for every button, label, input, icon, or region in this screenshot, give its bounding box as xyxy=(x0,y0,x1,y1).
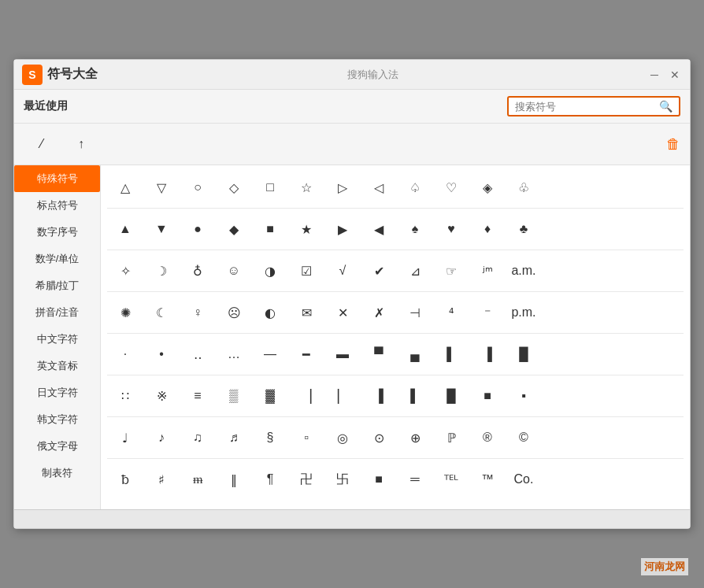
symbol-row8-8[interactable]: ═ xyxy=(397,464,433,495)
symbol-row4-11[interactable]: p.m. xyxy=(506,297,542,328)
symbol-row5-2[interactable]: ‥ xyxy=(180,338,216,370)
symbol-row1-9[interactable]: ♡ xyxy=(433,172,469,203)
symbol-row7-4[interactable]: § xyxy=(252,422,288,453)
symbol-row5-4[interactable]: — xyxy=(252,338,288,370)
symbol-row5-11[interactable]: █ xyxy=(506,338,542,370)
symbol-row6-6[interactable]: ▏ xyxy=(324,380,361,412)
symbol-row6-4[interactable]: ▓ xyxy=(252,380,288,412)
sidebar-item-3[interactable]: 数学/单位 xyxy=(14,246,100,272)
symbol-row2-8[interactable]: ♠ xyxy=(397,213,433,245)
sidebar-item-6[interactable]: 中文字符 xyxy=(14,326,100,353)
symbol-row7-0[interactable]: ♩ xyxy=(107,422,143,453)
symbol-row4-1[interactable]: ☾ xyxy=(143,297,180,328)
symbol-row1-5[interactable]: ☆ xyxy=(288,172,324,203)
symbol-row4-6[interactable]: ✕ xyxy=(324,297,361,328)
recent-symbol-1[interactable]: ↑ xyxy=(63,128,99,160)
symbol-row6-5[interactable]: ▕ xyxy=(288,380,324,412)
symbol-row4-0[interactable]: ✺ xyxy=(107,297,143,328)
symbol-row2-5[interactable]: ★ xyxy=(288,213,324,245)
symbol-row2-10[interactable]: ♦ xyxy=(469,213,506,245)
symbol-row2-3[interactable]: ◆ xyxy=(216,213,252,245)
symbol-row3-6[interactable]: √ xyxy=(324,255,361,287)
symbol-row3-8[interactable]: ⊿ xyxy=(397,255,433,287)
symbol-row4-3[interactable]: ☹ xyxy=(216,297,252,328)
symbol-row7-5[interactable]: ▫ xyxy=(288,422,324,453)
symbol-row3-5[interactable]: ☑ xyxy=(288,255,324,287)
symbol-row5-6[interactable]: ▬ xyxy=(324,338,361,370)
symbol-row8-1[interactable]: ♯ xyxy=(143,464,180,495)
sidebar-item-10[interactable]: 俄文字母 xyxy=(14,433,100,460)
symbol-row1-2[interactable]: ○ xyxy=(180,172,216,203)
symbol-row8-3[interactable]: ‖ xyxy=(216,464,252,495)
symbol-row4-9[interactable]: ⁴ xyxy=(433,297,469,328)
symbol-row5-3[interactable]: … xyxy=(216,338,252,370)
symbol-row8-10[interactable]: ™ xyxy=(469,464,506,495)
symbol-row5-10[interactable]: ▐ xyxy=(469,338,506,370)
symbol-row6-0[interactable]: ∷ xyxy=(107,380,143,412)
symbol-row7-1[interactable]: ♪ xyxy=(143,422,180,453)
symbol-row8-4[interactable]: ¶ xyxy=(252,464,288,495)
minimize-button[interactable]: ─ xyxy=(647,68,661,82)
symbol-row3-11[interactable]: a.m. xyxy=(506,255,542,287)
sidebar-item-4[interactable]: 希腊/拉丁 xyxy=(14,272,100,299)
symbol-row2-0[interactable]: ▲ xyxy=(107,213,143,245)
symbol-row7-8[interactable]: ⊕ xyxy=(397,422,433,453)
symbol-row8-7[interactable]: ■ xyxy=(361,464,397,495)
symbol-row8-11[interactable]: Co. xyxy=(506,464,542,495)
symbol-row3-1[interactable]: ☽ xyxy=(143,255,180,287)
symbol-row6-11[interactable]: ▪ xyxy=(506,380,542,412)
symbol-row4-7[interactable]: ✗ xyxy=(361,297,397,328)
symbol-row5-5[interactable]: ━ xyxy=(288,338,324,370)
symbol-row2-11[interactable]: ♣ xyxy=(506,213,542,245)
sidebar-item-7[interactable]: 英文音标 xyxy=(14,353,100,379)
recent-symbol-0[interactable]: ∕ xyxy=(24,128,60,160)
symbol-row2-2[interactable]: ● xyxy=(180,213,216,245)
symbol-row1-1[interactable]: ▽ xyxy=(143,172,180,203)
symbol-row7-9[interactable]: ℙ xyxy=(433,422,469,453)
symbol-row4-5[interactable]: ✉ xyxy=(288,297,324,328)
sidebar-item-8[interactable]: 日文字符 xyxy=(14,379,100,406)
clear-recent-button[interactable]: 🗑 xyxy=(666,136,680,153)
symbol-row2-4[interactable]: ■ xyxy=(252,213,288,245)
symbol-row6-10[interactable]: ■ xyxy=(469,380,506,412)
symbol-row4-4[interactable]: ◐ xyxy=(252,297,288,328)
symbol-row3-4[interactable]: ◑ xyxy=(252,255,288,287)
symbol-row4-8[interactable]: ⊣ xyxy=(397,297,433,328)
symbol-row5-7[interactable]: ▀ xyxy=(361,338,397,370)
symbol-row8-2[interactable]: ᵯ xyxy=(180,464,216,495)
search-input[interactable] xyxy=(515,101,659,113)
symbol-row1-6[interactable]: ▷ xyxy=(324,172,361,203)
sidebar-item-5[interactable]: 拼音/注音 xyxy=(14,299,100,326)
symbol-row7-2[interactable]: ♫ xyxy=(180,422,216,453)
symbol-row6-9[interactable]: █ xyxy=(433,380,469,412)
symbol-row7-7[interactable]: ⊙ xyxy=(361,422,397,453)
symbol-row1-10[interactable]: ◈ xyxy=(469,172,506,203)
symbol-row6-8[interactable]: ▌ xyxy=(397,380,433,412)
symbol-row8-9[interactable]: ᵀᴱᴸ xyxy=(433,464,469,495)
sidebar-item-9[interactable]: 韩文字符 xyxy=(14,406,100,433)
symbol-row8-0[interactable]: ƀ xyxy=(107,464,143,495)
symbol-row1-7[interactable]: ◁ xyxy=(361,172,397,203)
symbol-row4-10[interactable]: ⁻ xyxy=(469,297,506,328)
symbol-row8-6[interactable]: 卐 xyxy=(324,464,361,495)
symbol-row5-1[interactable]: • xyxy=(143,338,180,370)
symbol-row3-7[interactable]: ✔ xyxy=(361,255,397,287)
symbol-row3-0[interactable]: ✧ xyxy=(107,255,143,287)
symbol-row1-8[interactable]: ♤ xyxy=(397,172,433,203)
symbol-row2-7[interactable]: ◀ xyxy=(361,213,397,245)
symbol-row7-11[interactable]: © xyxy=(506,422,542,453)
symbol-row3-9[interactable]: ☞ xyxy=(433,255,469,287)
symbol-row1-11[interactable]: ♧ xyxy=(506,172,542,203)
symbol-row6-2[interactable]: ≡ xyxy=(180,380,216,412)
symbol-row6-3[interactable]: ▒ xyxy=(216,380,252,412)
symbol-row6-7[interactable]: ▐ xyxy=(361,380,397,412)
close-button[interactable]: ✕ xyxy=(668,68,682,82)
symbol-row6-1[interactable]: ※ xyxy=(143,380,180,412)
symbol-row2-6[interactable]: ▶ xyxy=(324,213,361,245)
symbol-row7-10[interactable]: ® xyxy=(469,422,506,453)
symbol-row2-1[interactable]: ▼ xyxy=(143,213,180,245)
symbol-row5-9[interactable]: ▌ xyxy=(433,338,469,370)
sidebar-item-2[interactable]: 数字序号 xyxy=(14,219,100,246)
symbol-row1-4[interactable]: □ xyxy=(252,172,288,203)
symbol-row8-5[interactable]: 卍 xyxy=(288,464,324,495)
